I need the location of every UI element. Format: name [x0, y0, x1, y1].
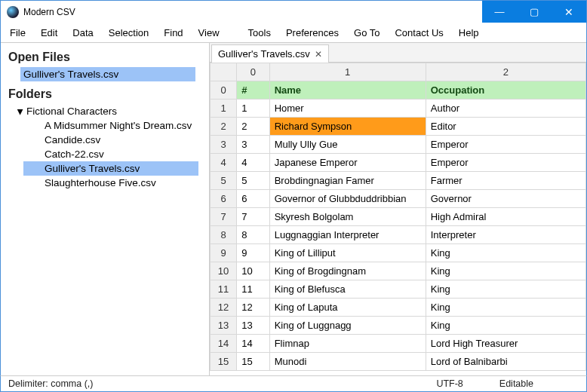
row-header[interactable]: 9 — [211, 244, 237, 262]
sidebar-file[interactable]: Catch-22.csv — [23, 147, 198, 161]
row-header[interactable]: 12 — [211, 299, 237, 317]
cell[interactable]: 8 — [237, 226, 269, 244]
cell[interactable]: King — [426, 317, 585, 335]
menu-preferences[interactable]: Preferences — [278, 25, 346, 41]
tab-close-icon[interactable]: ✕ — [315, 49, 322, 60]
cell[interactable]: High Admiral — [426, 208, 585, 226]
cell[interactable]: Lord of Balnibarbi — [426, 353, 585, 371]
cell[interactable]: Interpreter — [426, 226, 585, 244]
cell[interactable]: 6 — [237, 190, 269, 208]
row-header[interactable]: 15 — [211, 353, 237, 371]
cell[interactable]: 11 — [237, 280, 269, 299]
close-button[interactable]: ✕ — [552, 1, 586, 23]
cell[interactable]: Occupation — [426, 81, 585, 100]
row-header[interactable]: 5 — [211, 172, 237, 190]
row-header[interactable]: 1 — [211, 100, 237, 118]
row-header[interactable]: 13 — [211, 317, 237, 335]
cell[interactable]: 10 — [237, 262, 269, 280]
cell[interactable]: King of Lilliput — [269, 244, 426, 262]
row-header[interactable]: 6 — [211, 190, 237, 208]
cell[interactable]: King of Luggnagg — [269, 317, 426, 335]
cell[interactable]: Author — [426, 100, 585, 118]
column-header[interactable]: 0 — [237, 63, 269, 81]
sidebar-file[interactable]: A Midsummer Night's Dream.csv — [23, 118, 198, 133]
column-header[interactable]: 1 — [269, 63, 426, 81]
sheet[interactable]: 012 0#NameOccupation11HomerAuthor22Richa… — [210, 63, 586, 375]
menu-file[interactable]: File — [2, 25, 33, 41]
cell[interactable]: Homer — [269, 100, 426, 118]
cell[interactable]: 3 — [237, 136, 269, 154]
row-header[interactable]: 0 — [211, 81, 237, 100]
open-file[interactable]: Gulliver's Travels.csv — [20, 67, 195, 81]
cell[interactable]: Flimnap — [269, 335, 426, 353]
table-row[interactable]: 77Skyresh BolgolamHigh Admiral — [211, 208, 586, 226]
table-row[interactable]: 44Japanese EmperorEmperor — [211, 154, 586, 172]
cell[interactable]: Editor — [426, 118, 585, 136]
cell[interactable]: Skyresh Bolgolam — [269, 208, 426, 226]
sidebar-file[interactable]: Gulliver's Travels.csv — [23, 161, 198, 176]
table-row[interactable]: 88Luggnaggian InterpreterInterpreter — [211, 226, 586, 244]
header-row[interactable]: 0#NameOccupation — [211, 81, 586, 100]
cell[interactable]: Luggnaggian Interpreter — [269, 226, 426, 244]
table-row[interactable]: 1515MunodiLord of Balnibarbi — [211, 353, 586, 371]
menu-selection[interactable]: Selection — [101, 25, 156, 41]
cell[interactable]: King of Laputa — [269, 299, 426, 317]
cell[interactable]: King of Blefusca — [269, 280, 426, 299]
row-header[interactable]: 3 — [211, 136, 237, 154]
cell[interactable]: 13 — [237, 317, 269, 335]
row-header[interactable]: 7 — [211, 208, 237, 226]
cell[interactable]: Mully Ully Gue — [269, 136, 426, 154]
table-row[interactable]: 1111King of BlefuscaKing — [211, 280, 586, 299]
cell[interactable]: 9 — [237, 244, 269, 262]
table-row[interactable]: 1010King of BrogdingnamKing — [211, 262, 586, 280]
cell[interactable]: 5 — [237, 172, 269, 190]
row-header[interactable]: 10 — [211, 262, 237, 280]
cell[interactable]: King — [426, 244, 585, 262]
sidebar-file[interactable]: Candide.csv — [23, 133, 198, 147]
cell[interactable]: 1 — [237, 100, 269, 118]
row-header[interactable]: 2 — [211, 118, 237, 136]
folder-fictional-characters[interactable]: Fictional Characters — [14, 104, 204, 118]
maximize-button[interactable]: ▢ — [517, 1, 552, 23]
table-row[interactable]: 55Brobdingnagian FamerFarmer — [211, 172, 586, 190]
cell[interactable]: 4 — [237, 154, 269, 172]
menu-edit[interactable]: Edit — [33, 25, 65, 41]
menu-view[interactable]: View — [191, 25, 227, 41]
row-header[interactable]: 11 — [211, 280, 237, 299]
cell[interactable]: King — [426, 262, 585, 280]
table-row[interactable]: 66Governor of GlubbduddribbianGovernor — [211, 190, 586, 208]
cell[interactable]: Richard Sympson — [269, 118, 426, 136]
cell[interactable]: King — [426, 280, 585, 299]
table-row[interactable]: 11HomerAuthor — [211, 100, 586, 118]
menu-data[interactable]: Data — [65, 25, 100, 41]
tab-gullivers[interactable]: Gulliver's Travels.csv ✕ — [211, 44, 329, 63]
menu-find[interactable]: Find — [156, 25, 190, 41]
sidebar-file[interactable]: Slaughterhouse Five.csv — [23, 176, 198, 190]
cell[interactable]: 15 — [237, 353, 269, 371]
table-row[interactable]: 1414FlimnapLord High Treasurer — [211, 335, 586, 353]
menu-go-to[interactable]: Go To — [346, 25, 387, 41]
table-row[interactable]: 33Mully Ully GueEmperor — [211, 136, 586, 154]
column-header[interactable]: 2 — [426, 63, 585, 81]
cell[interactable]: Emperor — [426, 154, 585, 172]
cell[interactable]: # — [237, 81, 269, 100]
cell[interactable]: 12 — [237, 299, 269, 317]
menu-contact-us[interactable]: Contact Us — [387, 25, 450, 41]
row-header[interactable]: 14 — [211, 335, 237, 353]
data-grid[interactable]: 012 0#NameOccupation11HomerAuthor22Richa… — [210, 63, 586, 371]
cell[interactable]: King of Brogdingnam — [269, 262, 426, 280]
cell[interactable]: Lord High Treasurer — [426, 335, 585, 353]
minimize-button[interactable]: — — [482, 1, 517, 23]
cell[interactable]: 2 — [237, 118, 269, 136]
cell[interactable]: 14 — [237, 335, 269, 353]
table-row[interactable]: 99King of LilliputKing — [211, 244, 586, 262]
cell[interactable]: Name — [269, 81, 426, 100]
cell[interactable]: Brobdingnagian Famer — [269, 172, 426, 190]
cell[interactable]: King — [426, 299, 585, 317]
menu-help[interactable]: Help — [451, 25, 487, 41]
cell[interactable]: Munodi — [269, 353, 426, 371]
table-row[interactable]: 22Richard SympsonEditor — [211, 118, 586, 136]
table-row[interactable]: 1212King of LaputaKing — [211, 299, 586, 317]
cell[interactable]: Governor — [426, 190, 585, 208]
cell[interactable]: Governor of Glubbduddribbian — [269, 190, 426, 208]
